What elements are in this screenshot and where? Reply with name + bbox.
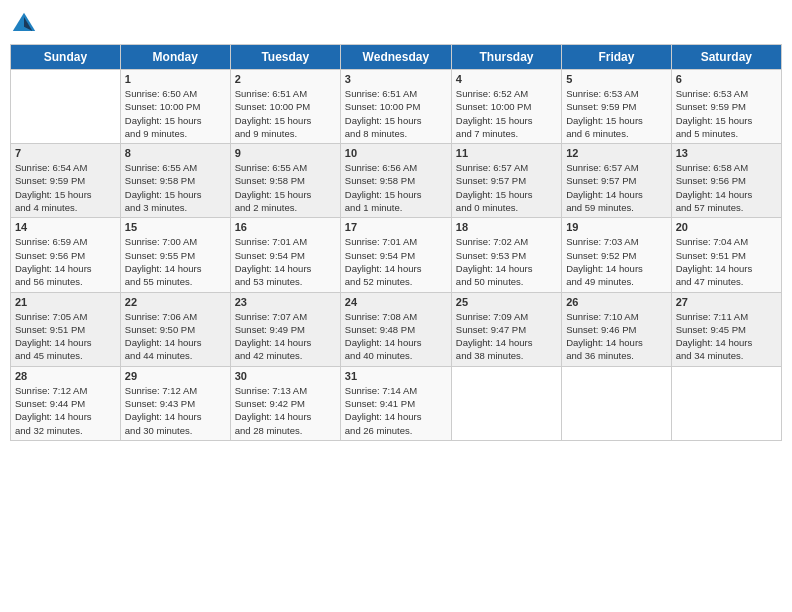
calendar-cell: 14Sunrise: 6:59 AM Sunset: 9:56 PM Dayli…	[11, 218, 121, 292]
logo-icon	[10, 10, 38, 38]
calendar-cell: 7Sunrise: 6:54 AM Sunset: 9:59 PM Daylig…	[11, 144, 121, 218]
calendar-cell: 21Sunrise: 7:05 AM Sunset: 9:51 PM Dayli…	[11, 292, 121, 366]
day-number: 13	[676, 147, 777, 159]
calendar-cell: 19Sunrise: 7:03 AM Sunset: 9:52 PM Dayli…	[562, 218, 671, 292]
day-info: Sunrise: 7:14 AM Sunset: 9:41 PM Dayligh…	[345, 384, 447, 437]
day-number: 19	[566, 221, 666, 233]
day-number: 25	[456, 296, 557, 308]
day-info: Sunrise: 6:53 AM Sunset: 9:59 PM Dayligh…	[676, 87, 777, 140]
calendar-cell: 26Sunrise: 7:10 AM Sunset: 9:46 PM Dayli…	[562, 292, 671, 366]
calendar-cell	[562, 366, 671, 440]
day-number: 1	[125, 73, 226, 85]
calendar-cell: 1Sunrise: 6:50 AM Sunset: 10:00 PM Dayli…	[120, 70, 230, 144]
calendar-cell: 2Sunrise: 6:51 AM Sunset: 10:00 PM Dayli…	[230, 70, 340, 144]
logo	[10, 10, 40, 38]
day-info: Sunrise: 7:01 AM Sunset: 9:54 PM Dayligh…	[235, 235, 336, 288]
day-info: Sunrise: 7:02 AM Sunset: 9:53 PM Dayligh…	[456, 235, 557, 288]
day-info: Sunrise: 7:09 AM Sunset: 9:47 PM Dayligh…	[456, 310, 557, 363]
day-info: Sunrise: 6:51 AM Sunset: 10:00 PM Daylig…	[345, 87, 447, 140]
day-info: Sunrise: 6:59 AM Sunset: 9:56 PM Dayligh…	[15, 235, 116, 288]
day-number: 10	[345, 147, 447, 159]
calendar-cell: 18Sunrise: 7:02 AM Sunset: 9:53 PM Dayli…	[451, 218, 561, 292]
header-cell-wednesday: Wednesday	[340, 45, 451, 70]
day-number: 12	[566, 147, 666, 159]
calendar-cell: 23Sunrise: 7:07 AM Sunset: 9:49 PM Dayli…	[230, 292, 340, 366]
day-number: 8	[125, 147, 226, 159]
day-info: Sunrise: 7:12 AM Sunset: 9:44 PM Dayligh…	[15, 384, 116, 437]
day-info: Sunrise: 6:54 AM Sunset: 9:59 PM Dayligh…	[15, 161, 116, 214]
day-info: Sunrise: 6:50 AM Sunset: 10:00 PM Daylig…	[125, 87, 226, 140]
day-number: 7	[15, 147, 116, 159]
day-info: Sunrise: 7:04 AM Sunset: 9:51 PM Dayligh…	[676, 235, 777, 288]
calendar-body: 1Sunrise: 6:50 AM Sunset: 10:00 PM Dayli…	[11, 70, 782, 441]
day-number: 6	[676, 73, 777, 85]
day-info: Sunrise: 7:06 AM Sunset: 9:50 PM Dayligh…	[125, 310, 226, 363]
day-number: 17	[345, 221, 447, 233]
day-info: Sunrise: 6:55 AM Sunset: 9:58 PM Dayligh…	[125, 161, 226, 214]
day-info: Sunrise: 7:00 AM Sunset: 9:55 PM Dayligh…	[125, 235, 226, 288]
calendar-cell: 25Sunrise: 7:09 AM Sunset: 9:47 PM Dayli…	[451, 292, 561, 366]
day-number: 16	[235, 221, 336, 233]
day-number: 15	[125, 221, 226, 233]
header-cell-saturday: Saturday	[671, 45, 781, 70]
header-cell-tuesday: Tuesday	[230, 45, 340, 70]
header-row: SundayMondayTuesdayWednesdayThursdayFrid…	[11, 45, 782, 70]
day-info: Sunrise: 7:07 AM Sunset: 9:49 PM Dayligh…	[235, 310, 336, 363]
calendar-week-4: 21Sunrise: 7:05 AM Sunset: 9:51 PM Dayli…	[11, 292, 782, 366]
day-info: Sunrise: 6:57 AM Sunset: 9:57 PM Dayligh…	[566, 161, 666, 214]
calendar-week-2: 7Sunrise: 6:54 AM Sunset: 9:59 PM Daylig…	[11, 144, 782, 218]
calendar-cell: 4Sunrise: 6:52 AM Sunset: 10:00 PM Dayli…	[451, 70, 561, 144]
calendar-table: SundayMondayTuesdayWednesdayThursdayFrid…	[10, 44, 782, 441]
header-cell-friday: Friday	[562, 45, 671, 70]
day-number: 11	[456, 147, 557, 159]
calendar-header: SundayMondayTuesdayWednesdayThursdayFrid…	[11, 45, 782, 70]
day-number: 14	[15, 221, 116, 233]
day-info: Sunrise: 6:58 AM Sunset: 9:56 PM Dayligh…	[676, 161, 777, 214]
calendar-cell: 3Sunrise: 6:51 AM Sunset: 10:00 PM Dayli…	[340, 70, 451, 144]
calendar-cell: 30Sunrise: 7:13 AM Sunset: 9:42 PM Dayli…	[230, 366, 340, 440]
day-info: Sunrise: 6:51 AM Sunset: 10:00 PM Daylig…	[235, 87, 336, 140]
day-info: Sunrise: 7:08 AM Sunset: 9:48 PM Dayligh…	[345, 310, 447, 363]
day-info: Sunrise: 6:56 AM Sunset: 9:58 PM Dayligh…	[345, 161, 447, 214]
day-number: 30	[235, 370, 336, 382]
calendar-week-1: 1Sunrise: 6:50 AM Sunset: 10:00 PM Dayli…	[11, 70, 782, 144]
calendar-cell: 5Sunrise: 6:53 AM Sunset: 9:59 PM Daylig…	[562, 70, 671, 144]
day-number: 5	[566, 73, 666, 85]
calendar-cell: 6Sunrise: 6:53 AM Sunset: 9:59 PM Daylig…	[671, 70, 781, 144]
calendar-cell: 28Sunrise: 7:12 AM Sunset: 9:44 PM Dayli…	[11, 366, 121, 440]
calendar-cell: 8Sunrise: 6:55 AM Sunset: 9:58 PM Daylig…	[120, 144, 230, 218]
day-info: Sunrise: 7:03 AM Sunset: 9:52 PM Dayligh…	[566, 235, 666, 288]
day-info: Sunrise: 7:10 AM Sunset: 9:46 PM Dayligh…	[566, 310, 666, 363]
calendar-cell: 10Sunrise: 6:56 AM Sunset: 9:58 PM Dayli…	[340, 144, 451, 218]
calendar-cell	[11, 70, 121, 144]
calendar-cell: 31Sunrise: 7:14 AM Sunset: 9:41 PM Dayli…	[340, 366, 451, 440]
day-number: 27	[676, 296, 777, 308]
day-number: 21	[15, 296, 116, 308]
day-number: 9	[235, 147, 336, 159]
calendar-cell: 15Sunrise: 7:00 AM Sunset: 9:55 PM Dayli…	[120, 218, 230, 292]
day-info: Sunrise: 6:53 AM Sunset: 9:59 PM Dayligh…	[566, 87, 666, 140]
header-cell-sunday: Sunday	[11, 45, 121, 70]
calendar-cell: 22Sunrise: 7:06 AM Sunset: 9:50 PM Dayli…	[120, 292, 230, 366]
day-number: 20	[676, 221, 777, 233]
day-number: 23	[235, 296, 336, 308]
calendar-cell: 24Sunrise: 7:08 AM Sunset: 9:48 PM Dayli…	[340, 292, 451, 366]
day-number: 22	[125, 296, 226, 308]
calendar-cell: 20Sunrise: 7:04 AM Sunset: 9:51 PM Dayli…	[671, 218, 781, 292]
day-info: Sunrise: 7:11 AM Sunset: 9:45 PM Dayligh…	[676, 310, 777, 363]
calendar-cell: 27Sunrise: 7:11 AM Sunset: 9:45 PM Dayli…	[671, 292, 781, 366]
day-info: Sunrise: 7:12 AM Sunset: 9:43 PM Dayligh…	[125, 384, 226, 437]
day-info: Sunrise: 6:57 AM Sunset: 9:57 PM Dayligh…	[456, 161, 557, 214]
calendar-cell: 12Sunrise: 6:57 AM Sunset: 9:57 PM Dayli…	[562, 144, 671, 218]
day-number: 31	[345, 370, 447, 382]
day-info: Sunrise: 6:55 AM Sunset: 9:58 PM Dayligh…	[235, 161, 336, 214]
day-number: 3	[345, 73, 447, 85]
day-number: 2	[235, 73, 336, 85]
day-info: Sunrise: 7:05 AM Sunset: 9:51 PM Dayligh…	[15, 310, 116, 363]
calendar-cell: 17Sunrise: 7:01 AM Sunset: 9:54 PM Dayli…	[340, 218, 451, 292]
calendar-cell	[671, 366, 781, 440]
header-cell-thursday: Thursday	[451, 45, 561, 70]
day-number: 18	[456, 221, 557, 233]
calendar-cell: 13Sunrise: 6:58 AM Sunset: 9:56 PM Dayli…	[671, 144, 781, 218]
page-header	[10, 10, 782, 38]
